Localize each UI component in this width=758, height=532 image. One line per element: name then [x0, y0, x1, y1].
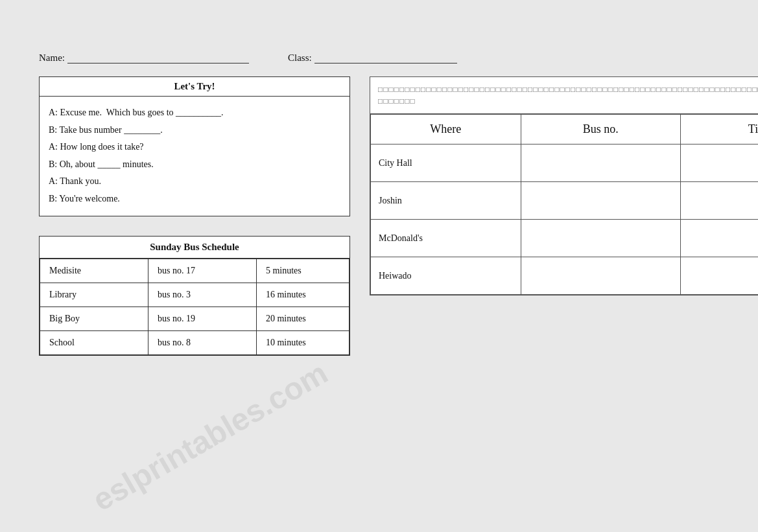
- fill-time-2[interactable]: [680, 182, 758, 220]
- fill-bus-2[interactable]: [521, 182, 680, 220]
- table-row: School bus no. 8 10 minutes: [40, 330, 349, 354]
- schedule-bus-3: bus no. 19: [148, 306, 256, 330]
- schedule-place-2: Library: [40, 283, 148, 306]
- schedule-box: Sunday Bus Schedule Medisite bus no. 17 …: [39, 236, 350, 356]
- table-row: Medisite bus no. 17 5 minutes: [40, 259, 349, 283]
- schedule-time-4: 10 minutes: [256, 330, 349, 354]
- table-row: Library bus no. 3 16 minutes: [40, 283, 349, 306]
- schedule-bus-4: bus no. 8: [148, 330, 256, 354]
- table-row: Heiwado: [371, 257, 759, 295]
- schedule-place-4: School: [40, 330, 148, 354]
- fill-where-2: Joshin: [371, 182, 521, 220]
- schedule-table: Medisite bus no. 17 5 minutes Library bu…: [40, 259, 349, 355]
- worksheet-page: Name: Class: Let's Try! A: Excuse me. Wh…: [0, 0, 758, 532]
- schedule-time-3: 20 minutes: [256, 306, 349, 330]
- left-column: Let's Try! A: Excuse me. Which bus goes …: [39, 76, 350, 356]
- schedule-time-2: 16 minutes: [256, 283, 349, 306]
- fill-time-4[interactable]: [680, 257, 758, 295]
- schedule-bus-2: bus no. 3: [148, 283, 256, 306]
- table-row: City Hall: [371, 145, 759, 182]
- lets-try-line-5: A: Thank you.: [49, 173, 340, 191]
- fill-bus-1[interactable]: [521, 145, 680, 182]
- name-class-row: Name: Class:: [39, 52, 719, 64]
- class-label: Class:: [288, 52, 312, 64]
- fill-where-1: City Hall: [371, 145, 521, 182]
- lets-try-line-2: B: Take bus number ________.: [49, 122, 340, 139]
- fill-where-4: Heiwado: [371, 257, 521, 295]
- fill-where-3: McDonald's: [371, 220, 521, 257]
- schedule-bus-1: bus no. 17: [148, 259, 256, 283]
- fill-instructions: □□□□□□□□□□□□□□□□□□□□□□□□□□□□□□□□□□□□□□□□…: [370, 77, 758, 114]
- fill-time-1[interactable]: [680, 145, 758, 182]
- lets-try-line-4: B: Oh, about _____ minutes.: [49, 156, 340, 174]
- fill-table-header-row: Where Bus no. Time: [371, 115, 759, 145]
- lets-try-line-1: A: Excuse me. Which bus goes to ________…: [49, 104, 340, 122]
- table-row: Big Boy bus no. 19 20 minutes: [40, 306, 349, 330]
- table-row: Joshin: [371, 182, 759, 220]
- lets-try-body: A: Excuse me. Which bus goes to ________…: [40, 97, 349, 216]
- fill-col-where: Where: [371, 115, 521, 145]
- table-row: McDonald's: [371, 220, 759, 257]
- class-field[interactable]: [314, 52, 457, 64]
- schedule-place-3: Big Boy: [40, 306, 148, 330]
- fill-bus-4[interactable]: [521, 257, 680, 295]
- fill-table: Where Bus no. Time City Hall Joshin: [370, 114, 758, 295]
- watermark: eslprintables.com: [87, 355, 334, 518]
- name-field[interactable]: [67, 52, 249, 64]
- right-column: □□□□□□□□□□□□□□□□□□□□□□□□□□□□□□□□□□□□□□□□…: [370, 76, 758, 295]
- lets-try-line-6: B: You're welcome.: [49, 191, 340, 208]
- schedule-place-1: Medisite: [40, 259, 148, 283]
- fill-time-3[interactable]: [680, 220, 758, 257]
- lets-try-title: Let's Try!: [40, 77, 349, 97]
- fill-table-wrapper: □□□□□□□□□□□□□□□□□□□□□□□□□□□□□□□□□□□□□□□□…: [370, 76, 758, 295]
- main-content: Let's Try! A: Excuse me. Which bus goes …: [39, 76, 719, 356]
- fill-col-busno: Bus no.: [521, 115, 680, 145]
- schedule-time-1: 5 minutes: [256, 259, 349, 283]
- name-label: Name:: [39, 52, 65, 64]
- schedule-title: Sunday Bus Schedule: [40, 237, 349, 259]
- fill-col-time: Time: [680, 115, 758, 145]
- lets-try-box: Let's Try! A: Excuse me. Which bus goes …: [39, 76, 350, 216]
- lets-try-line-3: A: How long does it take?: [49, 139, 340, 156]
- fill-bus-3[interactable]: [521, 220, 680, 257]
